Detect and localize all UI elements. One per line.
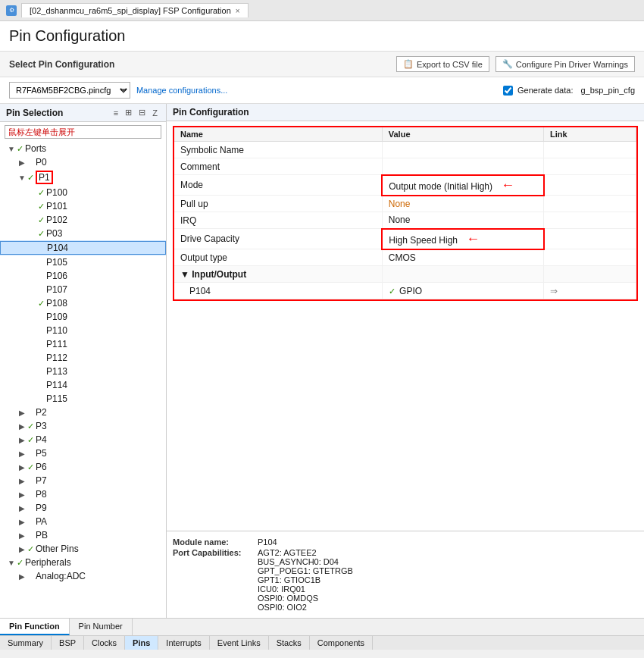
port-cap-item-5: OSPI0: OMDQS bbox=[258, 594, 638, 603]
config-row: R7FA6M5BF2CBG.pincfg ▼ Manage configurat… bbox=[0, 77, 644, 104]
tree-item-p100[interactable]: ✓ P100 bbox=[0, 186, 166, 199]
tree-item-pa[interactable]: ▶✓PA bbox=[0, 515, 166, 528]
field-irq-label: IRQ bbox=[174, 212, 382, 229]
tab-close-btn[interactable]: × bbox=[236, 7, 240, 15]
label-p7: P7 bbox=[36, 475, 47, 486]
label-p109: P109 bbox=[46, 312, 67, 322]
tree-item-ports[interactable]: ▼ ✓ Ports bbox=[0, 142, 166, 155]
tree-item-p0[interactable]: ▶ ✓ P0 bbox=[0, 155, 166, 169]
tree-item-analog-adc[interactable]: ▶✓Analog:ADC bbox=[0, 569, 166, 583]
field-p104-value[interactable]: ✓ GPIO bbox=[382, 283, 543, 299]
tree-item-peripherals[interactable]: ▼✓Peripherals bbox=[0, 556, 166, 569]
tree-item-p108[interactable]: ✓ P108 bbox=[0, 296, 166, 310]
tree-item-p5[interactable]: ▶✓P5 bbox=[0, 446, 166, 460]
field-drive-value[interactable]: High Speed High ← bbox=[382, 229, 543, 249]
status-tab-summary[interactable]: Summary bbox=[0, 636, 52, 650]
table-row-section: ▼ Input/Output bbox=[174, 266, 636, 283]
status-tab-components[interactable]: Components bbox=[310, 636, 373, 650]
label-peripherals: Peripherals bbox=[25, 557, 71, 568]
red-arrow-mode: ← bbox=[501, 177, 514, 193]
expand-ports[interactable]: ▼ bbox=[6, 145, 17, 153]
tree-item-p1[interactable]: ▼ ✓ P1 bbox=[0, 169, 166, 186]
toolbar-section-label: Select Pin Configuration bbox=[9, 59, 114, 70]
label-p6: P6 bbox=[36, 462, 47, 472]
expand-p1[interactable]: ▼ bbox=[17, 174, 27, 182]
table-row: Output type CMOS bbox=[174, 249, 636, 266]
tree-item-p109[interactable]: ✓ P109 bbox=[0, 310, 166, 324]
field-irq-value[interactable]: None bbox=[382, 212, 543, 229]
pin-selection-header: Pin Selection ≡ ⊞ ⊟ Z bbox=[0, 104, 166, 122]
label-p3: P3 bbox=[36, 421, 47, 431]
col-name: Name bbox=[174, 127, 382, 142]
status-tab-stacks[interactable]: Stacks bbox=[269, 636, 310, 650]
export-csv-button[interactable]: 📋 Export to CSV file bbox=[396, 56, 489, 72]
section-io-value bbox=[382, 266, 543, 283]
label-p4: P4 bbox=[36, 434, 47, 445]
list-icon-btn[interactable]: ≡ bbox=[111, 107, 120, 118]
check-p101: ✓ bbox=[38, 202, 45, 212]
label-p9: P9 bbox=[36, 503, 47, 513]
tab-pin-function[interactable]: Pin Function bbox=[0, 619, 70, 635]
field-symbolic-name-value[interactable] bbox=[382, 142, 543, 158]
pin-config-panel: Pin Configuration Name Value Link Symbol… bbox=[167, 104, 644, 618]
tree-item-p8[interactable]: ▶✓P8 bbox=[0, 487, 166, 501]
tree-item-p9[interactable]: ▶✓P9 bbox=[0, 501, 166, 515]
status-tab-interrupts[interactable]: Interrupts bbox=[158, 636, 209, 650]
tree-item-pb[interactable]: ▶✓PB bbox=[0, 528, 166, 542]
tree-item-p114[interactable]: ✓P114 bbox=[0, 378, 166, 392]
tree-item-p6[interactable]: ▶✓P6 bbox=[0, 460, 166, 474]
status-tab-pins[interactable]: Pins bbox=[125, 636, 158, 650]
label-p108: P108 bbox=[46, 298, 67, 309]
tree-item-p110[interactable]: ✓ P110 bbox=[0, 324, 166, 337]
sort-icon-btn[interactable]: Z bbox=[150, 107, 160, 118]
collapse-icon-btn[interactable]: ⊟ bbox=[136, 107, 148, 118]
tree-item-p104[interactable]: ✓ P104 bbox=[0, 240, 166, 255]
pin-config-select[interactable]: R7FA6M5BF2CBG.pincfg bbox=[9, 82, 130, 99]
status-tab-event-links[interactable]: Event Links bbox=[210, 636, 269, 650]
filter-input[interactable] bbox=[5, 125, 161, 139]
module-info-grid: Module name: P104 Port Capabilities: AGT… bbox=[173, 537, 638, 612]
configure-warnings-button[interactable]: 🔧 Configure Pin Driver Warnings bbox=[496, 56, 635, 72]
tree-item-p113[interactable]: ✓P113 bbox=[0, 365, 166, 378]
field-comment-link bbox=[544, 158, 636, 175]
tree-item-other-pins[interactable]: ▶✓Other Pins bbox=[0, 542, 166, 556]
tree-item-p115[interactable]: ✓P115 bbox=[0, 392, 166, 406]
tree-item-p4[interactable]: ▶✓P4 bbox=[0, 433, 166, 446]
tree-item-p7[interactable]: ▶✓P7 bbox=[0, 474, 166, 487]
configure-icon: 🔧 bbox=[502, 59, 513, 69]
bottom-tabs: Pin Function Pin Number bbox=[0, 618, 644, 635]
label-p5: P5 bbox=[36, 448, 47, 459]
config-select-wrap: R7FA6M5BF2CBG.pincfg ▼ bbox=[9, 82, 127, 99]
tree-item-p101[interactable]: ✓ P101 bbox=[0, 199, 166, 213]
export-icon: 📋 bbox=[403, 59, 414, 69]
editor-tab[interactable]: [02_dshanmcu_ra6m5_spi_display] FSP Conf… bbox=[21, 3, 249, 17]
field-comment-label: Comment bbox=[174, 158, 382, 175]
generate-data-checkbox[interactable] bbox=[503, 86, 513, 96]
tree-item-p102[interactable]: ✓ P102 bbox=[0, 213, 166, 227]
tree-item-p106[interactable]: ✓ P106 bbox=[0, 269, 166, 283]
tree-item-p3[interactable]: ▶✓P3 bbox=[0, 419, 166, 433]
tree-item-p03[interactable]: ✓ P03 bbox=[0, 227, 166, 240]
expand-p0[interactable]: ▶ bbox=[17, 158, 27, 167]
field-comment-value[interactable] bbox=[382, 158, 543, 175]
field-pullup-value[interactable]: None bbox=[382, 196, 543, 212]
label-p115: P115 bbox=[46, 393, 67, 404]
field-mode-value[interactable]: Output mode (Initial High) ← bbox=[382, 175, 543, 196]
status-tab-bsp[interactable]: BSP bbox=[52, 636, 84, 650]
tree-item-p112[interactable]: ✓P112 bbox=[0, 351, 166, 365]
label-p102: P102 bbox=[46, 215, 67, 225]
tree-item-p107[interactable]: ✓ P107 bbox=[0, 283, 166, 296]
module-info: Module name: P104 Port Capabilities: AGT… bbox=[167, 531, 644, 618]
field-p104-link[interactable]: ⇒ bbox=[544, 283, 636, 299]
tree-item-p111[interactable]: ✓P111 bbox=[0, 337, 166, 351]
manage-configurations-link[interactable]: Manage configurations... bbox=[136, 86, 227, 95]
pin-selection-panel: Pin Selection ≡ ⊞ ⊟ Z ▼ ✓ Ports bbox=[0, 104, 167, 618]
expand-icon-btn[interactable]: ⊞ bbox=[123, 107, 134, 118]
status-tab-clocks[interactable]: Clocks bbox=[84, 636, 125, 650]
tab-pin-number[interactable]: Pin Number bbox=[70, 619, 133, 635]
tree-item-p105[interactable]: ✓ P105 bbox=[0, 255, 166, 269]
label-pa: PA bbox=[36, 516, 47, 527]
label-p1: P1 bbox=[36, 171, 53, 184]
tree-item-p2[interactable]: ▶✓P2 bbox=[0, 406, 166, 419]
field-output-type-value[interactable]: CMOS bbox=[382, 249, 543, 266]
